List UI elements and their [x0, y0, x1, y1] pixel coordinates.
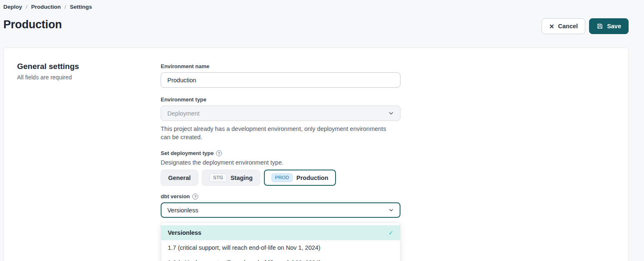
breadcrumb-deploy[interactable]: Deploy	[3, 4, 22, 10]
deployment-type-production-button[interactable]: PROD Production	[264, 170, 336, 186]
dbt-version-value: Versionless	[167, 207, 198, 214]
help-icon[interactable]: ?	[192, 194, 198, 199]
help-icon[interactable]: ?	[216, 150, 222, 156]
deployment-type-group: Set deployment type ? Designates the dep…	[161, 150, 400, 186]
save-button[interactable]: Save	[589, 18, 629, 34]
dbt-version-dropdown: Versionless ✓ 1.7 (critical support, wil…	[161, 222, 400, 261]
dbt-version-option-versionless[interactable]: Versionless ✓	[161, 225, 400, 240]
settings-form: Environment name Environment type Deploy…	[161, 61, 400, 261]
check-icon: ✓	[388, 229, 393, 236]
cancel-button-label: Cancel	[558, 23, 578, 30]
environment-type-helper: This project already has a development e…	[161, 125, 389, 141]
dbt-version-label: dbt version	[161, 193, 190, 199]
breadcrumb-separator: /	[65, 4, 66, 10]
settings-card: General settings All fields are required…	[3, 47, 629, 261]
deployment-type-staging-label: Staging	[231, 175, 253, 181]
breadcrumb-settings: Settings	[70, 4, 92, 10]
option-label: 1.7 (critical support, will reach end-of…	[168, 244, 321, 251]
cancel-button[interactable]: ✕ Cancel	[542, 18, 585, 34]
option-label: Versionless	[168, 229, 201, 236]
deployment-type-description: Designates the deployment environment ty…	[161, 159, 400, 166]
chevron-down-icon	[388, 111, 394, 116]
deployment-type-general-button[interactable]: General	[161, 170, 198, 186]
environment-type-label: Environment type	[161, 96, 400, 103]
deployment-type-options: General STG Staging PROD Production	[161, 170, 400, 186]
breadcrumb: Deploy / Production / Settings	[3, 4, 92, 10]
save-button-label: Save	[607, 23, 621, 30]
dbt-version-select[interactable]: Versionless	[161, 202, 400, 218]
breadcrumb-production[interactable]: Production	[31, 4, 61, 10]
header-actions: ✕ Cancel Save	[542, 18, 629, 34]
dbt-version-group: dbt version ? Versionless Versionless ✓	[161, 193, 400, 261]
page: Deploy / Production / Settings Productio…	[0, 0, 644, 261]
environment-type-select: Deployment	[161, 106, 400, 121]
section-intro: General settings All fields are required	[17, 61, 161, 261]
page-title: Production	[3, 18, 62, 31]
deployment-type-production-label: Production	[296, 175, 328, 181]
prod-badge: PROD	[271, 173, 293, 182]
environment-name-label: Environment name	[161, 63, 400, 69]
environment-type-value: Deployment	[167, 110, 199, 117]
environment-name-input[interactable]	[161, 72, 400, 88]
deployment-type-staging-button[interactable]: STG Staging	[202, 170, 260, 186]
save-icon	[597, 23, 603, 30]
section-subtitle: All fields are required	[17, 74, 161, 81]
environment-type-group: Environment type Deployment This project…	[161, 96, 400, 141]
section-title: General settings	[17, 62, 161, 71]
dbt-version-option-1-7[interactable]: 1.7 (critical support, will reach end-of…	[161, 240, 400, 255]
close-icon: ✕	[549, 23, 554, 30]
chevron-down-icon	[388, 207, 394, 213]
deployment-type-general-label: General	[168, 175, 191, 181]
dbt-version-option-1-6[interactable]: 1.6 (critical support, will reach end-of…	[161, 255, 400, 261]
option-label: 1.6 (critical support, will reach end-of…	[168, 259, 321, 261]
breadcrumb-separator: /	[26, 4, 27, 10]
environment-name-group: Environment name	[161, 63, 400, 88]
stg-badge: STG	[209, 173, 227, 182]
deployment-type-label: Set deployment type	[161, 150, 214, 156]
